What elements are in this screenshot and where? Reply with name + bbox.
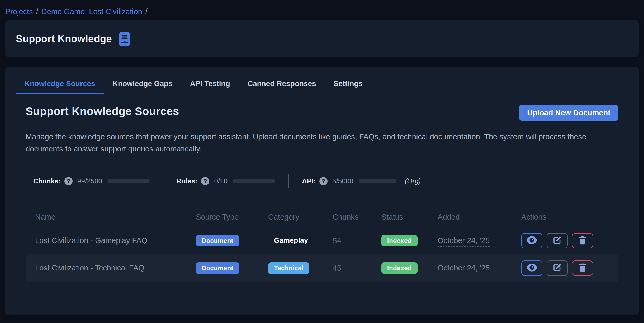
help-icon[interactable]: ? bbox=[201, 177, 209, 185]
trash-icon bbox=[578, 235, 587, 246]
tab-canned-responses[interactable]: Canned Responses bbox=[248, 79, 316, 94]
tab-bar: Knowledge Sources Knowledge Gaps API Tes… bbox=[25, 79, 628, 94]
delete-button[interactable] bbox=[572, 233, 593, 248]
page-title: Support Knowledge bbox=[16, 33, 112, 45]
table-header-row: Name Source Type Category Chunks Status … bbox=[26, 207, 618, 227]
status-cell: Indexed bbox=[381, 235, 438, 246]
category-cell: Technical bbox=[268, 262, 333, 274]
chunks-progress-bar bbox=[107, 179, 150, 183]
col-header-chunks: Chunks bbox=[333, 213, 381, 221]
chunks-label: Chunks: bbox=[33, 177, 61, 185]
added-date[interactable]: October 24, '25 bbox=[438, 264, 490, 274]
source-type-cell: Document bbox=[196, 235, 268, 246]
api-meter: API: ? 5/5000 bbox=[299, 177, 399, 185]
col-header-status: Status bbox=[381, 213, 438, 221]
col-header-actions: Actions bbox=[521, 213, 609, 221]
rules-value: 0/10 bbox=[214, 177, 228, 185]
col-header-source-type: Source Type bbox=[196, 213, 268, 221]
table-row: Lost Civilization - Gameplay FAQ Documen… bbox=[26, 227, 618, 254]
org-scope-label: (Org) bbox=[405, 177, 421, 185]
source-name: Lost Civilization - Gameplay FAQ bbox=[35, 236, 196, 245]
edit-icon bbox=[552, 263, 562, 273]
knowledge-sources-panel: Support Knowledge Sources Upload New Doc… bbox=[16, 94, 628, 301]
panel-heading: Support Knowledge Sources bbox=[26, 105, 179, 118]
book-icon bbox=[119, 32, 130, 46]
help-icon[interactable]: ? bbox=[319, 177, 328, 185]
source-type-badge: Document bbox=[196, 262, 239, 274]
chunks-value: 99/2500 bbox=[77, 177, 102, 185]
added-date[interactable]: October 24, '25 bbox=[438, 236, 490, 247]
rules-progress-bar bbox=[233, 179, 275, 183]
source-name: Lost Civilization - Technical FAQ bbox=[35, 264, 196, 272]
col-header-name: Name bbox=[35, 213, 196, 221]
edit-icon bbox=[552, 235, 562, 246]
actions-cell bbox=[521, 233, 609, 248]
chunks-meter: Chunks: ? 99/2500 bbox=[31, 177, 152, 185]
tab-api-testing[interactable]: API Testing bbox=[190, 79, 230, 94]
table-row: Lost Civilization - Technical FAQ Docume… bbox=[26, 254, 618, 282]
rules-label: Rules: bbox=[177, 177, 197, 185]
tab-settings[interactable]: Settings bbox=[334, 79, 363, 94]
help-icon[interactable]: ? bbox=[64, 177, 73, 185]
api-label: API: bbox=[302, 177, 316, 185]
eye-icon bbox=[526, 236, 538, 245]
category-badge: Technical bbox=[268, 262, 309, 274]
status-badge: Indexed bbox=[381, 235, 418, 246]
view-button[interactable] bbox=[521, 260, 542, 276]
added-cell: October 24, '25 bbox=[438, 264, 521, 272]
api-progress-bar bbox=[359, 179, 396, 183]
main-card: Knowledge Sources Knowledge Gaps API Tes… bbox=[5, 67, 639, 315]
eye-icon bbox=[526, 263, 538, 273]
tab-knowledge-gaps[interactable]: Knowledge Gaps bbox=[113, 79, 173, 94]
panel-description: Manage the knowledge sources that power … bbox=[26, 131, 618, 155]
api-value: 5/5000 bbox=[332, 177, 353, 185]
breadcrumb-link-project[interactable]: Demo Game: Lost Civilization bbox=[41, 7, 142, 16]
breadcrumb-link-projects[interactable]: Projects bbox=[5, 7, 33, 16]
breadcrumb: Projects / Demo Game: Lost Civilization … bbox=[0, 0, 644, 16]
breadcrumb-separator: / bbox=[36, 7, 38, 16]
divider bbox=[163, 174, 163, 188]
upload-new-document-button[interactable]: Upload New Document bbox=[519, 105, 618, 121]
page-header-card: Support Knowledge bbox=[5, 20, 639, 57]
rules-meter: Rules: ? 0/10 bbox=[174, 177, 278, 185]
status-cell: Indexed bbox=[381, 262, 438, 274]
trash-icon bbox=[578, 263, 587, 273]
delete-button[interactable] bbox=[572, 260, 593, 276]
col-header-category: Category bbox=[268, 213, 333, 221]
actions-cell bbox=[521, 260, 609, 276]
source-type-badge: Document bbox=[196, 235, 239, 246]
chunks-cell: 54 bbox=[333, 236, 381, 245]
status-badge: Indexed bbox=[381, 262, 418, 274]
chunks-cell: 45 bbox=[333, 264, 381, 273]
knowledge-sources-table: Name Source Type Category Chunks Status … bbox=[26, 207, 618, 282]
divider bbox=[288, 174, 289, 188]
edit-button[interactable] bbox=[547, 260, 568, 276]
source-type-cell: Document bbox=[196, 262, 268, 274]
usage-limits-bar: Chunks: ? 99/2500 Rules: ? 0/10 API: ? 5… bbox=[26, 170, 618, 192]
view-button[interactable] bbox=[521, 233, 542, 248]
category-cell: Gameplay bbox=[268, 236, 333, 245]
tab-knowledge-sources[interactable]: Knowledge Sources bbox=[25, 79, 95, 94]
col-header-added: Added bbox=[438, 213, 521, 221]
edit-button[interactable] bbox=[547, 233, 568, 248]
added-cell: October 24, '25 bbox=[438, 236, 521, 245]
breadcrumb-separator: / bbox=[145, 7, 148, 16]
